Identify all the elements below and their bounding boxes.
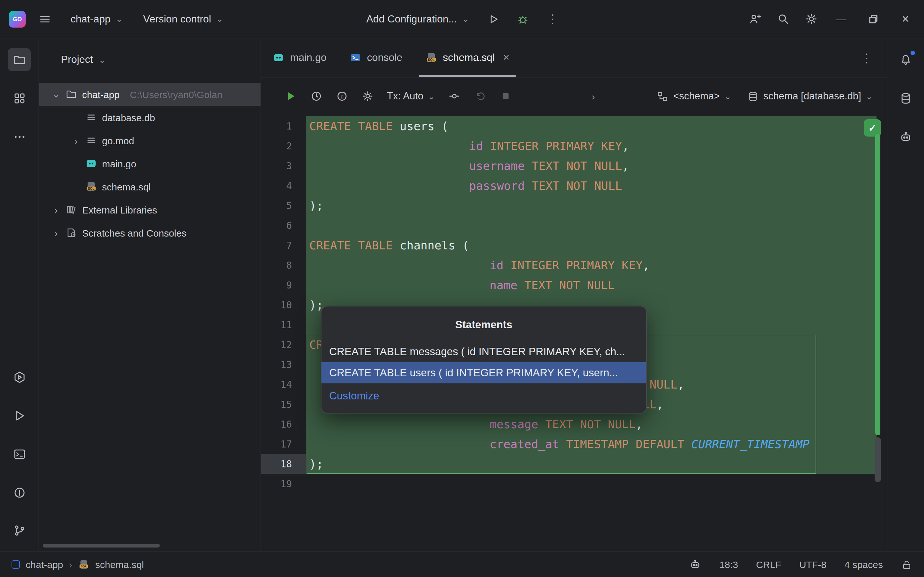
tab-console[interactable]: console xyxy=(338,39,414,77)
tree-item-schema-sql[interactable]: SQLschema.sql xyxy=(39,175,260,198)
execute-icon[interactable] xyxy=(284,90,297,103)
data-source-selector[interactable]: schema [database.db] ⌄ xyxy=(746,90,873,102)
restore-button[interactable] xyxy=(860,5,887,32)
chevron-right-icon[interactable]: › xyxy=(72,135,80,146)
line-number: 8 xyxy=(261,255,306,275)
code-text: password TEXT NOT NULL xyxy=(306,176,877,195)
commit-icon[interactable] xyxy=(448,90,461,103)
tx-mode-selector[interactable]: Tx: Auto ⌄ xyxy=(387,90,435,102)
statement-marker-stripe[interactable] xyxy=(875,134,880,435)
code-line-4[interactable]: 4password TEXT NOT NULL xyxy=(261,176,887,195)
project-panel-header[interactable]: Project ⌄ xyxy=(61,47,105,72)
more-tool-windows-button[interactable] xyxy=(8,125,31,148)
tree-item-external-libraries[interactable]: ›External Libraries xyxy=(39,198,260,221)
run-tool-button[interactable] xyxy=(8,404,31,427)
statusbar: chat-app › SQL schema.sql 18:3 CRLF UTF-… xyxy=(0,551,924,577)
git-tool-button[interactable] xyxy=(8,519,31,542)
editor-toolbar: p Tx: Auto ⌄ › <schema> ⌄ schema [databa… xyxy=(261,77,887,115)
project-horizontal-scrollbar[interactable] xyxy=(43,544,160,548)
close-tab-icon[interactable]: × xyxy=(503,51,509,64)
rollback-icon[interactable] xyxy=(473,90,486,103)
tree-item-label: schema.sql xyxy=(102,181,151,192)
sql-file-icon: SQL xyxy=(425,53,437,63)
tab-label: console xyxy=(367,52,402,63)
go-file-icon xyxy=(273,53,284,63)
structure-tool-button[interactable] xyxy=(8,87,31,110)
parameters-icon[interactable]: p xyxy=(336,90,349,103)
code-with-me-button[interactable] xyxy=(743,7,766,31)
code-line-2[interactable]: 2id INTEGER PRIMARY KEY, xyxy=(261,136,887,156)
settings-button[interactable] xyxy=(800,7,822,31)
editor-tabbar: main.goconsoleSQLschema.sql× ⋮ xyxy=(261,39,887,77)
debug-button[interactable] xyxy=(511,7,535,31)
terminal-tool-button[interactable] xyxy=(8,442,31,466)
chevron-right-icon[interactable]: › xyxy=(52,204,60,215)
tree-item-scratches-and-consoles[interactable]: ›Scratches and Consoles xyxy=(39,221,260,244)
code-line-3[interactable]: 3username TEXT NOT NULL, xyxy=(261,156,887,176)
statement-option-2[interactable]: CREATE TABLE users ( id INTEGER PRIMARY … xyxy=(321,362,646,384)
run-button[interactable] xyxy=(482,7,505,31)
more-actions-button[interactable]: ⋮ xyxy=(541,7,564,31)
code-line-7[interactable]: 7CREATE TABLE channels ( xyxy=(261,235,887,255)
code-text: username TEXT NOT NULL, xyxy=(306,156,877,176)
indent-indicator[interactable]: 4 spaces xyxy=(845,559,883,570)
lines-file-icon xyxy=(86,112,97,122)
services-icon xyxy=(13,370,26,384)
main-menu-button[interactable] xyxy=(33,7,57,31)
chevron-right-icon: › xyxy=(591,91,595,102)
code-line-19[interactable]: 19 xyxy=(261,474,887,494)
chevron-right-icon[interactable]: › xyxy=(52,227,60,238)
editor-vertical-scrollbar[interactable] xyxy=(875,437,881,482)
stop-icon[interactable] xyxy=(499,90,512,103)
close-button[interactable]: × xyxy=(892,5,919,32)
tab-options-button[interactable]: ⋮ xyxy=(861,50,887,65)
project-tool-button[interactable] xyxy=(8,48,31,71)
database-tool-button[interactable] xyxy=(894,87,917,110)
problems-tool-button[interactable] xyxy=(8,481,31,504)
tree-item-label: main.go xyxy=(102,158,136,169)
statement-option-1[interactable]: CREATE TABLE messages ( id INTEGER PRIMA… xyxy=(321,341,646,362)
vcs-selector[interactable]: Version control ⌄ xyxy=(137,7,230,31)
caret-position[interactable]: 18:3 xyxy=(719,559,738,570)
code-line-6[interactable]: 6 xyxy=(261,215,887,235)
code-line-18[interactable]: 18); xyxy=(261,454,887,474)
tree-item-main-go[interactable]: main.go xyxy=(39,152,260,175)
notifications-button[interactable] xyxy=(894,48,917,71)
more-icon xyxy=(13,130,26,143)
customize-link[interactable]: Customize xyxy=(321,384,646,408)
schema-selector[interactable]: <schema> ⌄ xyxy=(657,90,732,102)
services-tool-button[interactable] xyxy=(8,366,31,388)
minimize-button[interactable]: — xyxy=(828,5,855,32)
sql-file-icon: SQL xyxy=(86,181,97,192)
ai-assistant-button[interactable] xyxy=(894,125,917,148)
run-configuration-selector[interactable]: Add Configuration... ⌄ xyxy=(360,7,476,31)
database-icon xyxy=(899,91,913,105)
encoding-indicator[interactable]: UTF-8 xyxy=(799,559,827,570)
code-line-16[interactable]: 16message TEXT NOT NULL, xyxy=(261,414,887,434)
project-selector[interactable]: chat-app ⌄ xyxy=(64,7,129,31)
tree-item-chat-app-root[interactable]: ⌄ chat-app C:\Users\ryan0\Golan xyxy=(39,83,260,106)
code-line-5[interactable]: 5); xyxy=(261,195,887,215)
left-toolbar xyxy=(0,39,39,551)
kebab-icon: ⋮ xyxy=(546,11,559,26)
tab-main-go[interactable]: main.go xyxy=(261,39,338,77)
unlock-icon[interactable] xyxy=(901,559,913,570)
code-line-8[interactable]: 8id INTEGER PRIMARY KEY, xyxy=(261,255,887,275)
code-line-9[interactable]: 9name TEXT NOT NULL xyxy=(261,275,887,295)
breadcrumb-file[interactable]: schema.sql xyxy=(95,559,144,570)
toolbar-overflow-chevron[interactable]: › xyxy=(591,77,595,115)
code-line-1[interactable]: 1CREATE TABLE users ( xyxy=(261,116,887,136)
gear-icon[interactable] xyxy=(361,90,374,103)
tab-schema-sql[interactable]: SQLschema.sql× xyxy=(414,39,521,77)
tree-item-label: External Libraries xyxy=(82,204,157,215)
line-number: 16 xyxy=(261,414,306,434)
code-line-17[interactable]: 17created_at TIMESTAMP DEFAULT CURRENT_T… xyxy=(261,434,887,454)
tree-item-go-mod[interactable]: ›go.mod xyxy=(39,129,260,152)
search-everywhere-button[interactable] xyxy=(771,7,795,31)
history-icon[interactable] xyxy=(310,90,323,103)
ai-status-icon[interactable] xyxy=(689,558,701,571)
tree-item-database-db[interactable]: database.db xyxy=(39,106,260,129)
line-ending-indicator[interactable]: CRLF xyxy=(756,559,781,570)
search-icon xyxy=(776,12,790,26)
breadcrumb-project[interactable]: chat-app xyxy=(26,559,63,570)
